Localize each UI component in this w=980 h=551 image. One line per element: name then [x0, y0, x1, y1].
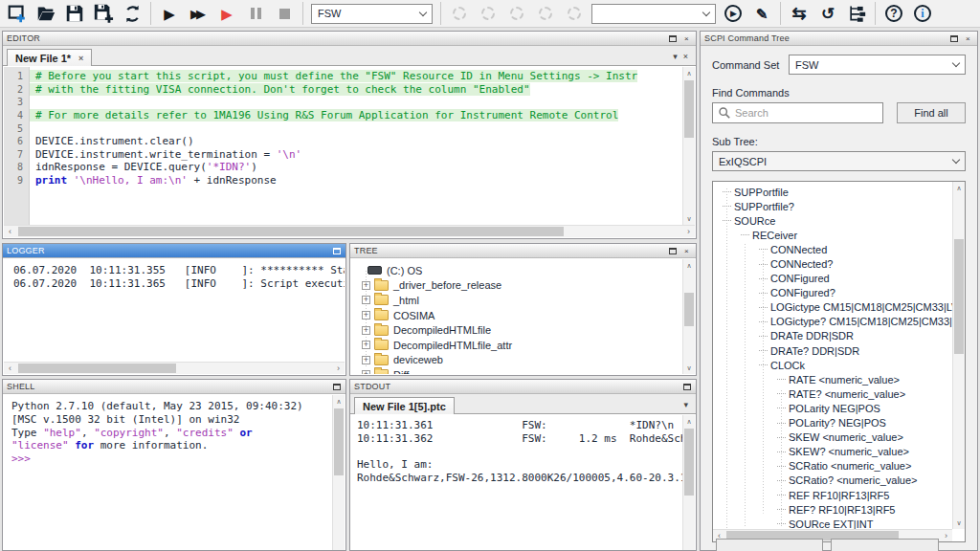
scrollbar-thumb[interactable]	[684, 293, 694, 326]
tab-new-file-1[interactable]: New File 1* ×	[7, 49, 92, 66]
close-button[interactable]: ×	[681, 33, 692, 44]
scpi-tree-item[interactable]: SOURce EXT|INT	[715, 517, 952, 529]
scroll-right-icon[interactable]: ›	[682, 226, 695, 237]
maximize-button[interactable]	[331, 246, 342, 256]
snippet-dropdown[interactable]	[591, 4, 716, 24]
expand-icon[interactable]: +	[362, 311, 370, 320]
scpi-tree-item[interactable]: POLarity NEG|POS	[715, 401, 952, 415]
search-input[interactable]	[735, 107, 878, 119]
play-snippet-button[interactable]: ▶	[719, 1, 747, 26]
pause-button[interactable]	[241, 1, 270, 26]
command-set-dropdown[interactable]: FSW	[789, 55, 966, 75]
scpi-tree-item[interactable]: SCRatio? <numeric_value>	[715, 474, 952, 488]
reload-button[interactable]	[118, 1, 146, 26]
editor-vertical-scrollbar[interactable]: ∧ ∨	[682, 67, 695, 225]
shell-vertical-scrollbar[interactable]: ∧	[332, 395, 345, 550]
scpi-tree-item[interactable]: RECeiver	[715, 228, 952, 242]
scpi-tree-item[interactable]: REF RF10|RF13|RF5	[715, 488, 952, 502]
scpi-tree-item[interactable]: DRATe DDR|SDR	[715, 329, 952, 343]
tab-list-dropdown-icon[interactable]: ▾	[673, 52, 678, 61]
tab-close-icon[interactable]: ×	[78, 54, 83, 63]
info-button[interactable]: i	[908, 1, 937, 26]
tab-stdout-file[interactable]: New File 1[5].ptc	[354, 397, 455, 414]
tree-vertical-scrollbar[interactable]: ∧ ∨	[682, 259, 695, 374]
scpi-tree-item[interactable]: REF? RF10|RF13|RF5	[715, 502, 952, 517]
scpi-tree-item[interactable]: LOGictype? CM15|CM18|CM25|CM33|LVDS|L	[715, 315, 952, 329]
tree-item[interactable]: +deviceweb	[355, 353, 682, 368]
new-file-button[interactable]	[3, 1, 32, 26]
tree-item[interactable]: +COSIMA	[355, 308, 682, 323]
scrollbar-thumb[interactable]	[684, 80, 694, 138]
scpi-tree-item[interactable]: DRATe? DDR|SDR	[715, 343, 952, 358]
expand-icon[interactable]: +	[362, 296, 370, 304]
tree-item[interactable]: +DecompiledHTMLfile_attr	[355, 338, 682, 353]
tree-item[interactable]: +_html	[355, 293, 682, 308]
scroll-up-icon[interactable]: ∧	[683, 415, 695, 428]
close-button[interactable]: ×	[963, 33, 973, 44]
tree-item[interactable]: +Diff	[355, 367, 682, 374]
scroll-right-icon[interactable]: ›	[332, 363, 345, 374]
scpi-tree-item[interactable]: SUPPortfile?	[715, 199, 952, 213]
search-box[interactable]	[712, 102, 883, 123]
run-selected-button[interactable]: ▶	[212, 1, 241, 26]
run-all-button[interactable]: ▶▶	[184, 1, 212, 26]
scpi-tree-item[interactable]: CONFigured?	[715, 286, 952, 300]
editor-horizontal-scrollbar[interactable]: ‹ ›	[4, 225, 695, 237]
scroll-up-icon[interactable]: ∧	[683, 67, 695, 79]
scpi-vertical-scrollbar[interactable]: ∧ ∨	[952, 182, 965, 529]
scpi-tree-item[interactable]: SOURce	[715, 213, 952, 228]
stdout-vertical-scrollbar[interactable]: ∧	[682, 415, 695, 550]
scroll-up-icon[interactable]: ∧	[953, 182, 965, 194]
tree-item[interactable]: +DecompiledHTMLfile	[355, 322, 682, 338]
scrollbar-thumb[interactable]	[334, 408, 344, 475]
scpi-tree-item[interactable]: CONNected?	[715, 256, 952, 271]
scrollbar-thumb[interactable]	[684, 429, 694, 496]
tree-item[interactable]: +_driver_before_release	[355, 278, 682, 294]
editor-body[interactable]: 1# Before you start this script, you mus…	[4, 67, 695, 237]
find-all-button[interactable]: Find all	[897, 102, 966, 123]
stop-button[interactable]	[270, 1, 299, 26]
scroll-up-icon[interactable]: ∧	[333, 395, 345, 408]
sub-tree-dropdown[interactable]: ExIQSCPI	[712, 151, 966, 171]
scpi-tree-item[interactable]: SUPPortfile	[715, 185, 952, 199]
save-as-button[interactable]	[89, 1, 118, 26]
expand-icon[interactable]: +	[362, 341, 370, 349]
maximize-button[interactable]	[667, 246, 678, 256]
scpi-bottom-button-2[interactable]	[831, 539, 939, 551]
maximize-button[interactable]	[667, 33, 678, 44]
help-button[interactable]: ?	[880, 1, 908, 26]
tabbar-close-icon[interactable]: ×	[683, 52, 688, 61]
maximize-button[interactable]	[681, 382, 692, 392]
command-tree-button[interactable]	[842, 1, 871, 26]
scpi-tree-item[interactable]: CONNected	[715, 242, 952, 256]
tree-item[interactable]: (C:) OS	[355, 263, 682, 278]
expand-icon[interactable]: +	[362, 281, 370, 290]
scpi-tree-item[interactable]: CONFigured	[715, 272, 952, 286]
expand-icon[interactable]: +	[362, 356, 370, 364]
logger-horizontal-scrollbar[interactable]: ‹ ›	[4, 362, 345, 374]
transfer-button[interactable]: ⇆	[785, 1, 813, 26]
tab-list-dropdown-icon[interactable]: ▾	[683, 400, 688, 409]
scpi-tree-item[interactable]: CLOCk	[715, 358, 952, 372]
shell-body[interactable]: Python 2.7.10 (default, May 23 2015, 09:…	[4, 395, 345, 550]
device-dropdown[interactable]: FSW	[311, 4, 433, 24]
scroll-down-icon[interactable]: ∨	[953, 517, 965, 529]
undo-button[interactable]: ↺	[813, 1, 842, 26]
scroll-down-icon[interactable]: ∨	[683, 212, 695, 225]
expand-icon[interactable]: +	[362, 326, 370, 335]
maximize-button[interactable]	[331, 382, 342, 392]
scrollbar-thumb[interactable]	[18, 364, 176, 373]
scroll-right-icon[interactable]: ›	[940, 530, 952, 541]
scroll-up-icon[interactable]: ∧	[683, 259, 695, 272]
scroll-down-icon[interactable]: ∨	[683, 362, 695, 374]
expand-icon[interactable]: +	[362, 370, 370, 374]
scpi-tree-item[interactable]: POLarity? NEG|POS	[715, 416, 952, 430]
scroll-left-icon[interactable]: ‹	[4, 363, 16, 374]
scpi-tree-item[interactable]: RATE? <numeric_value>	[715, 386, 952, 401]
scpi-tree-item[interactable]: SCRatio <numeric_value>	[715, 459, 952, 474]
scpi-bottom-button-1[interactable]	[716, 539, 823, 551]
scrollbar-thumb[interactable]	[954, 239, 964, 354]
scpi-tree-item[interactable]: SKEW? <numeric_value>	[715, 445, 952, 459]
open-file-button[interactable]	[32, 1, 60, 26]
editor-code-lines[interactable]: 1# Before you start this script, you mus…	[4, 70, 682, 225]
